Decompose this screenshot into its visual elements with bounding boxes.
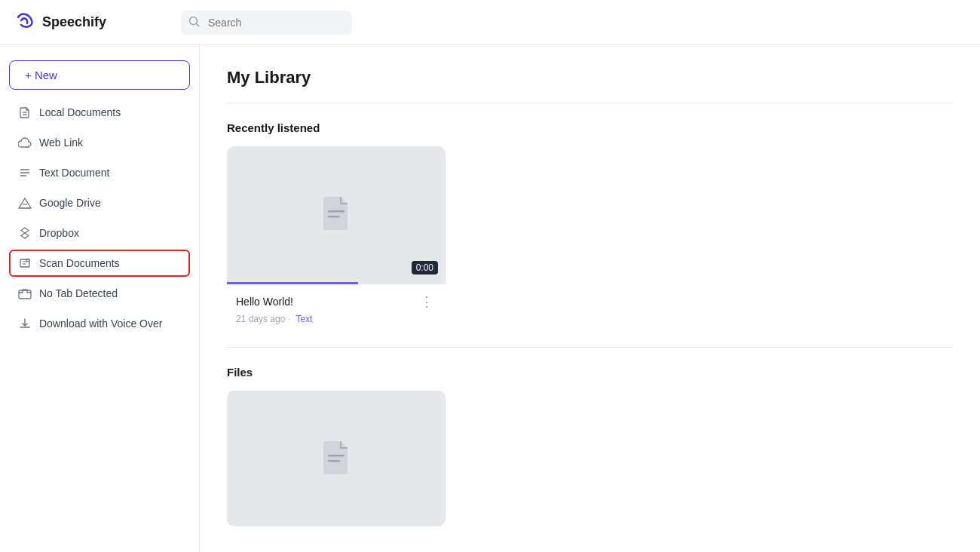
search-icon	[188, 16, 200, 29]
recently-listened-title: Recently listened	[227, 121, 953, 134]
card-info: Hello World! ⋮ 21 days ago · Text	[227, 284, 446, 335]
card-age: 21 days ago	[236, 314, 285, 324]
files-cards	[227, 391, 953, 526]
file-card-1[interactable]	[227, 391, 446, 526]
sidebar-item-google-drive[interactable]: Google Drive	[9, 189, 190, 216]
doc-icon	[320, 194, 352, 235]
scan-icon	[18, 256, 32, 270]
app-header: Speechify	[0, 0, 980, 45]
recently-listened-cards: 0:00 Hello World! ⋮ 21 days ago ·	[227, 146, 953, 335]
sidebar-item-label: No Tab Detected	[39, 287, 118, 299]
sidebar-item-dropbox[interactable]: Dropbox	[9, 219, 190, 247]
progress-bar	[227, 282, 446, 284]
sidebar-item-label: Scan Documents	[39, 257, 120, 269]
svg-rect-16	[328, 460, 340, 462]
divider	[227, 103, 953, 103]
new-button[interactable]: + New	[9, 60, 190, 90]
file-doc-icon	[320, 438, 352, 479]
page-title: My Library	[227, 68, 953, 87]
sidebar-item-download-voice-over[interactable]: Download with Voice Over	[9, 310, 190, 337]
svg-rect-10	[20, 259, 29, 267]
download-icon	[18, 317, 32, 330]
cloud-icon	[18, 136, 32, 149]
tab-icon	[18, 287, 32, 300]
svg-rect-14	[328, 216, 340, 218]
speechify-logo-icon	[15, 10, 36, 35]
sidebar-item-web-link[interactable]: Web Link	[9, 129, 190, 156]
sidebar-item-label: Web Link	[39, 136, 83, 149]
search-wrapper	[181, 11, 965, 35]
sidebar: + New Local Documents Web Link	[0, 45, 200, 552]
files-title: Files	[227, 366, 953, 379]
card-thumbnail: 0:00	[227, 146, 446, 282]
file-card-thumbnail	[227, 391, 446, 526]
time-badge: 0:00	[412, 261, 438, 274]
svg-rect-15	[328, 455, 345, 457]
progress-fill	[227, 282, 358, 284]
svg-marker-7	[19, 198, 31, 208]
card-title-row: Hello World! ⋮	[236, 292, 436, 311]
card-menu-button[interactable]: ⋮	[417, 292, 436, 311]
app-layout: + New Local Documents Web Link	[0, 45, 980, 552]
logo-area: Speechify	[15, 10, 166, 35]
file-icon	[18, 106, 32, 119]
main-content: My Library Recently listened	[200, 45, 980, 552]
card-hello-world[interactable]: 0:00 Hello World! ⋮ 21 days ago ·	[227, 146, 446, 335]
sidebar-item-label: Download with Voice Over	[39, 317, 162, 330]
sidebar-item-no-tab-detected[interactable]: No Tab Detected	[9, 280, 190, 307]
card-name: Hello World!	[236, 296, 293, 308]
text-icon	[18, 166, 32, 179]
sidebar-item-label: Local Documents	[39, 106, 121, 118]
sidebar-item-label: Dropbox	[39, 227, 79, 239]
sidebar-item-label: Text Document	[39, 167, 109, 179]
svg-rect-12	[19, 290, 31, 299]
sidebar-item-text-document[interactable]: Text Document	[9, 159, 190, 186]
svg-line-1	[197, 23, 200, 26]
recently-listened-section: Recently listened 0:00	[227, 121, 953, 335]
svg-marker-9	[21, 228, 29, 238]
card-tag: Text	[296, 314, 312, 324]
search-input[interactable]	[181, 11, 352, 35]
sidebar-item-scan-documents[interactable]: Scan Documents	[9, 250, 190, 277]
dropbox-icon	[18, 226, 32, 240]
card-meta: 21 days ago · Text	[236, 314, 436, 324]
files-section: Files	[227, 366, 953, 526]
sidebar-item-label: Google Drive	[39, 197, 101, 209]
drive-icon	[18, 196, 32, 210]
svg-rect-13	[328, 210, 345, 213]
card-dot: ·	[288, 314, 293, 324]
sidebar-item-local-documents[interactable]: Local Documents	[9, 99, 190, 126]
app-name: Speechify	[42, 14, 106, 30]
files-divider	[227, 347, 953, 348]
